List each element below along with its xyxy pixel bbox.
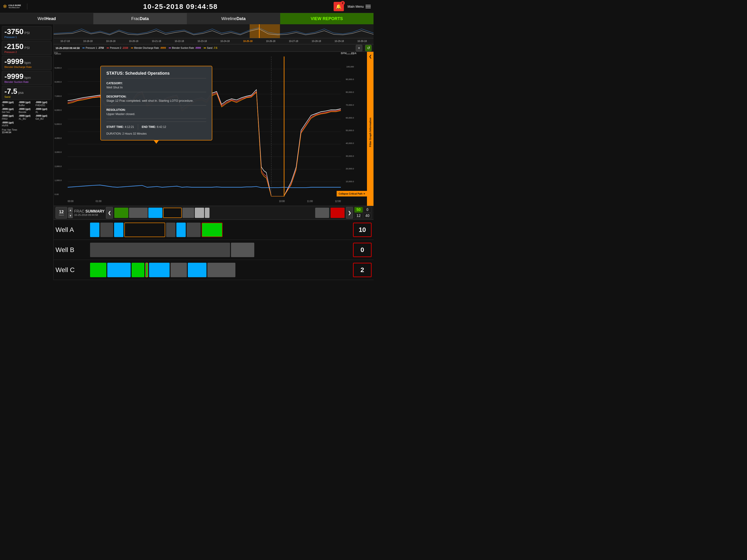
well-block xyxy=(90,223,99,237)
chart-main: PSI 10,000 9,000.0 8,000.0 7,000.0 6,000… xyxy=(54,52,374,206)
frac-summary-date: 10-25-2018 09:44:58 xyxy=(74,213,104,216)
tab-wireline[interactable]: Wireline Data xyxy=(187,13,280,24)
well-row-c: Well C 2 xyxy=(54,260,374,280)
legend-pressure1: Pressure 1 -3750 xyxy=(82,47,104,49)
logo-text: COLD BORE TECHNOLOGY xyxy=(8,4,21,9)
frac-block xyxy=(148,208,162,218)
filter-graph-button[interactable]: ❮ Filter Graph Information xyxy=(367,52,374,206)
frac-summary-title: FRAC SUMMARY xyxy=(74,209,104,213)
collapse-critical-path-button[interactable]: Collapse Critical Path ✕ xyxy=(337,191,367,197)
well-c-blocks xyxy=(90,262,351,278)
legend-blender-suction: Blender Suction Rate -9999 xyxy=(169,47,201,49)
well-c-label: Well C xyxy=(55,266,88,274)
well-block xyxy=(132,263,145,277)
well-block-marked xyxy=(145,263,148,277)
logo-icon: ❄ xyxy=(3,3,7,9)
sand-legend-val: -7.5 xyxy=(213,47,217,49)
date-label-1023: 10-23-18 xyxy=(191,40,214,43)
date-label-1021: 10-21-18 xyxy=(145,40,168,43)
blender-suction-legend-val: -9999 xyxy=(195,47,201,49)
bell-icon: 🔔 xyxy=(336,4,341,9)
header-datetime: 10-25-2018 09:44:58 xyxy=(27,3,334,10)
blender-discharge-label: Blender Discharge Rate xyxy=(4,66,49,68)
well-block xyxy=(187,223,201,237)
notification-bell-button[interactable]: 🔔 2 xyxy=(334,2,344,11)
frac-block xyxy=(195,208,204,218)
hours-selector-area: 12 Hours ▲ ▼ xyxy=(55,207,73,219)
metric-xl: -9999 (gpt)XL xyxy=(35,107,52,113)
hours-selector[interactable]: 12 Hours xyxy=(55,207,67,219)
popup-resolution-section: RESOLUTION: Upper Master closed. xyxy=(106,108,206,119)
count-box-40: 40 xyxy=(363,213,371,219)
frac-nav-next[interactable]: ❯ xyxy=(346,207,353,219)
frac-nav-prev[interactable]: ❮ xyxy=(106,207,113,219)
blender-discharge-legend-val: -9999 xyxy=(160,47,166,49)
date-labels: 10-17-18 10-18-18 10-19-18 10-20-18 10-2… xyxy=(54,38,374,44)
metric-buffer: -9999 (gpt)Buffer xyxy=(19,101,35,107)
pressure1-card: -3750PSI Pressure 1 xyxy=(2,26,52,40)
legend-pressure2: Pressure 2 -2150 xyxy=(107,47,128,49)
sand-legend-dot xyxy=(204,48,206,48)
blender-discharge-value: -9999bpm xyxy=(4,58,49,65)
legend-bar: 10-25-2018 09:44:58 Pressure 1 -3750 Pre… xyxy=(54,44,374,52)
popup-start-time: START TIME: 4:12:21 xyxy=(106,125,134,129)
chevron-left-icon: ❮ xyxy=(369,54,372,58)
date-label-1022: 10-22-18 xyxy=(168,40,191,43)
hamburger-icon xyxy=(366,5,371,8)
frac-block-current xyxy=(163,208,182,218)
pressure1-legend-val: -3750 xyxy=(98,47,104,49)
well-block xyxy=(231,243,254,257)
popup-description-value: Stage 12 Frac completed. well shut in. S… xyxy=(106,99,206,102)
well-block xyxy=(90,263,106,277)
well-block xyxy=(100,223,113,237)
notification-badge: 2 xyxy=(341,1,345,5)
tab-fracdata[interactable]: Frac Data xyxy=(93,13,187,24)
main-menu-button[interactable]: Main Menu xyxy=(347,5,371,8)
well-b-blocks xyxy=(90,242,351,258)
date-label-1027: 10-27-18 xyxy=(282,40,305,43)
tab-wellhead[interactable]: WellHead xyxy=(0,13,93,24)
pressure2-value: -2150PSI xyxy=(4,43,49,50)
metric-xlbu: -9999 (gpt)XL_BU xyxy=(19,114,35,120)
popup-end-time: END TIME: 6:42:12 xyxy=(142,125,166,129)
refresh-legend-button[interactable]: ↺ xyxy=(365,45,371,51)
tab-reports[interactable]: VIEW REPORTS xyxy=(280,13,374,24)
add-legend-button[interactable]: + xyxy=(356,45,362,51)
sand-card: -7.5psa Sand xyxy=(2,86,52,100)
well-block-current xyxy=(124,223,165,237)
hours-up-button[interactable]: ▲ xyxy=(68,207,73,212)
frac-summary-bar: 12 Hours ▲ ▼ FRAC SUMMARY 10-25-2018 09:… xyxy=(54,206,374,220)
metric-si: -9999 (gpt)SI xyxy=(2,101,18,107)
pressure2-legend-val: -2150 xyxy=(122,47,128,49)
x-axis: 00:00 01:00 10:00 11:00 12:00 xyxy=(68,197,341,206)
well-block xyxy=(166,223,175,237)
popup-time-divider xyxy=(138,124,138,130)
metric-gelbu: -9999 (gpt)Gel_BU xyxy=(35,114,52,120)
legend-blender-discharge: Blender Discharge Rate -9999 xyxy=(131,47,166,49)
pressure2-legend-dot xyxy=(107,48,109,48)
hours-down-button[interactable]: ▼ xyxy=(68,213,73,218)
svg-rect-15 xyxy=(284,56,284,197)
count-row-1: 50 0 xyxy=(354,207,371,212)
pressure1-label: Pressure 1 xyxy=(4,36,49,39)
legend-sand: Sand -7.5 xyxy=(204,47,217,49)
well-block xyxy=(207,263,235,277)
metric-fr02: -9999 (gpt)FR02 xyxy=(2,114,18,120)
date-label-1019: 10-19-18 xyxy=(99,40,122,43)
metric-fhe4251: -9999 (gpt)FHE4251 xyxy=(35,101,52,107)
popup-category-label: CATEGORY: xyxy=(106,82,206,85)
date-label-1029: 10-29-18 xyxy=(328,40,351,43)
metric-biocide: -9999 (gpt)Biocide xyxy=(19,107,35,113)
date-label-1024: 10-24-18 xyxy=(213,40,236,43)
well-c-count: 2 xyxy=(353,263,371,277)
popup-duration: DURATION: 2 Hours 32 Minutes xyxy=(106,132,206,135)
popup-category-value: Well Shut In xyxy=(106,86,206,89)
frac-block xyxy=(129,208,148,218)
well-row-b: Well B 0 xyxy=(54,240,374,260)
y-axis-left: 10,000 9,000.0 8,000.0 7,000.0 6,000.0 5… xyxy=(54,52,68,197)
nav-tabs: WellHead Frac Data Wireline Data VIEW RE… xyxy=(0,13,374,24)
well-a-blocks xyxy=(90,222,351,238)
count-row-2: 12 40 xyxy=(354,213,371,219)
frac-block-red xyxy=(331,208,344,218)
timeline-strip xyxy=(54,24,374,38)
